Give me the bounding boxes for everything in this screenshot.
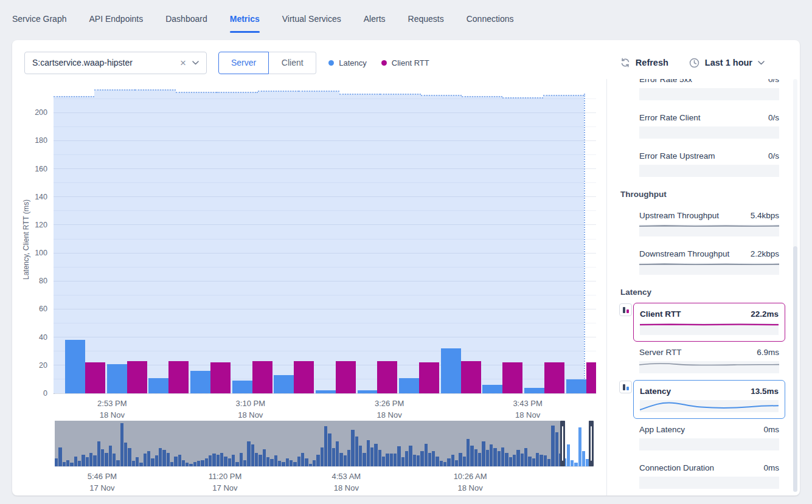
server-button[interactable]: Server: [218, 52, 269, 74]
tab-api-endpoints[interactable]: API Endpoints: [89, 10, 143, 27]
minimap-bar: [428, 453, 431, 467]
tab-virtual-services[interactable]: Virtual Services: [282, 10, 341, 27]
latency-bar[interactable]: [482, 385, 502, 393]
metric-card-latency[interactable]: Latency13.5ms: [633, 380, 785, 419]
client-rtt-bar[interactable]: [85, 362, 105, 393]
tab-alerts[interactable]: Alerts: [364, 10, 386, 27]
tab-dashboard[interactable]: Dashboard: [165, 10, 207, 27]
metric-row-error-rate-upstream[interactable]: Error Rate Upstream0/s: [639, 151, 779, 177]
chevron-down-icon[interactable]: [192, 61, 199, 65]
tab-requests[interactable]: Requests: [408, 10, 444, 27]
minimap-bar: [120, 423, 123, 466]
metric-row-connection-duration[interactable]: Connection Duration0ms: [639, 463, 779, 489]
metric-label-row: Error Rate Client0/s: [639, 113, 779, 123]
latency-bar[interactable]: [399, 378, 419, 393]
metric-row-app-latency[interactable]: App Latency0ms: [639, 425, 779, 450]
legend-item-latency[interactable]: Latency: [328, 58, 367, 67]
latency-bar[interactable]: [358, 390, 378, 393]
brush-handle-left[interactable]: [560, 421, 565, 466]
service-selector-value: S:cartservice.waap-hipster: [32, 58, 178, 67]
minimap-bar: [582, 451, 585, 467]
metric-label: Connection Duration: [639, 463, 714, 472]
latency-bar[interactable]: [65, 340, 85, 393]
minimap-bar: [297, 457, 300, 467]
minimap-bar: [55, 458, 58, 467]
tab-service-graph[interactable]: Service Graph: [12, 10, 66, 27]
minimap-bar: [151, 458, 154, 467]
mode-toggle: Server Client: [218, 52, 316, 74]
minimap-bar: [113, 454, 116, 466]
time-range-selector[interactable]: Last 1 hour: [689, 58, 765, 68]
minimap-bar: [482, 441, 485, 466]
client-rtt-bar[interactable]: [377, 361, 397, 393]
legend-label: Latency: [339, 58, 367, 67]
latency-bar[interactable]: [524, 388, 544, 393]
latency-bar[interactable]: [316, 390, 336, 393]
chart-toggle-button-latency[interactable]: [619, 381, 632, 393]
metric-row-server-rtt[interactable]: Server RTT6.9ms: [639, 348, 779, 373]
client-rtt-bar[interactable]: [168, 361, 189, 393]
client-rtt-bar[interactable]: [586, 362, 596, 393]
client-rtt-bar[interactable]: [336, 361, 356, 393]
metric-label-row: App Latency0ms: [639, 425, 779, 435]
minimap-bar: [382, 457, 385, 467]
legend-item-client-rtt[interactable]: Client RTT: [381, 58, 429, 67]
minimap-bar: [505, 453, 508, 467]
x-tick-label: 3:43 PM18 Nov: [513, 398, 542, 421]
metric-label: Error Rate 5xx: [639, 79, 692, 84]
refresh-button[interactable]: Refresh: [620, 58, 668, 67]
clear-icon[interactable]: ×: [178, 58, 192, 68]
minimap-bar: [401, 457, 404, 466]
client-rtt-bar[interactable]: [210, 362, 231, 393]
minimap-bar: [89, 453, 92, 467]
client-rtt-bar[interactable]: [127, 361, 147, 393]
latency-bar[interactable]: [274, 375, 294, 393]
minimap-bar: [363, 453, 366, 467]
minimap-bar: [493, 448, 496, 466]
minimap-bar: [370, 447, 373, 467]
brush-handle-right[interactable]: [589, 421, 594, 466]
metric-row-error-rate-client[interactable]: Error Rate Client0/s: [639, 113, 779, 139]
chart-toggle-button-client-rtt[interactable]: [619, 303, 632, 316]
minimap-bar: [139, 463, 142, 466]
latency-bar[interactable]: [441, 348, 461, 393]
x-tick-time: 3:43 PM: [513, 398, 542, 409]
minimap-bar: [567, 444, 570, 466]
metric-row-error-rate-5xx[interactable]: Error Rate 5xx0/s: [639, 79, 779, 100]
latency-bar[interactable]: [190, 371, 210, 393]
client-button[interactable]: Client: [269, 52, 316, 74]
metric-row-downstream-throughput[interactable]: Downstream Throughput2.2kbps: [639, 249, 779, 275]
sparkline: [639, 361, 779, 373]
metric-card-client-rtt[interactable]: Client RTT22.2ms: [633, 303, 785, 342]
minimap-bar: [316, 455, 319, 467]
chart-pane: Latency, Client RTT (ms) 020406080100120…: [12, 74, 606, 495]
tab-metrics[interactable]: Metrics: [230, 10, 260, 27]
minimap-bar: [417, 455, 420, 466]
minimap-bar: [521, 454, 524, 466]
client-rtt-bar[interactable]: [294, 361, 314, 393]
area-segment: [217, 92, 257, 393]
minimap-bar: [367, 440, 370, 467]
metric-label: Error Rate Upstream: [639, 151, 715, 161]
metric-row-upstream-throughput[interactable]: Upstream Throughput5.4kbps: [639, 211, 779, 236]
minimap-tick-label: 5:46 PM17 Nov: [88, 471, 117, 494]
latency-bar[interactable]: [232, 381, 252, 393]
minimap-bar: [201, 460, 204, 467]
x-tick-date: 18 Nov: [236, 409, 265, 421]
client-rtt-bar[interactable]: [544, 362, 564, 393]
minimap-bar: [555, 432, 558, 466]
minimap-bar: [109, 446, 112, 467]
timeline-minimap[interactable]: [55, 421, 594, 467]
latency-bar[interactable]: [148, 378, 168, 393]
service-selector[interactable]: S:cartservice.waap-hipster ×: [24, 52, 207, 74]
latency-chart[interactable]: [54, 85, 596, 394]
tab-connections[interactable]: Connections: [467, 10, 514, 27]
latency-bar[interactable]: [107, 364, 127, 393]
sidebar-scrollbar-thumb[interactable]: [793, 246, 797, 492]
minimap-bar: [136, 457, 139, 466]
client-rtt-bar[interactable]: [461, 361, 481, 393]
client-rtt-bar[interactable]: [419, 362, 439, 393]
latency-bar[interactable]: [566, 379, 586, 393]
client-rtt-bar[interactable]: [502, 362, 522, 393]
client-rtt-bar[interactable]: [252, 361, 272, 393]
